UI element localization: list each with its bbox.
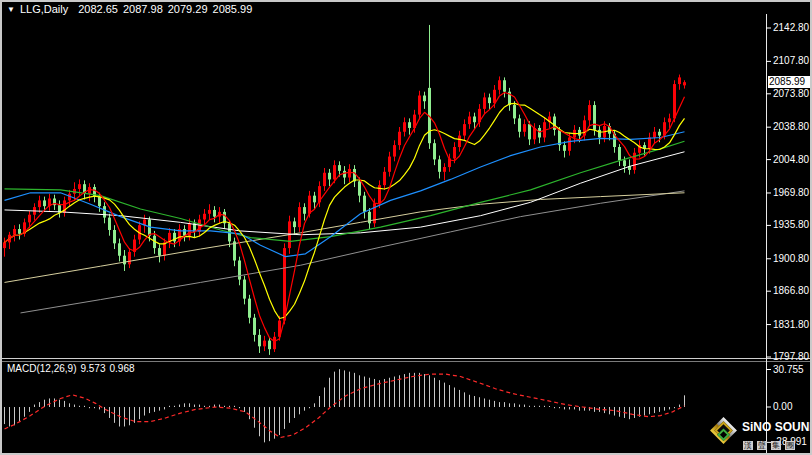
- axis-label: 2004.80: [773, 154, 809, 165]
- axis-label: 1900.80: [773, 253, 809, 264]
- close-value: 2085.99: [213, 3, 253, 15]
- axis-label: 1866.80: [773, 285, 809, 296]
- current-price-tag: 2085.99: [768, 76, 812, 88]
- axis-label: 1831.80: [773, 319, 809, 330]
- chart-title: ▼LLG,Daily2082.652087.982079.292085.99: [7, 3, 257, 15]
- open-value: 2082.65: [78, 3, 118, 15]
- sinosound-diamond-icon: [710, 417, 737, 444]
- macd-main-value: 9.573: [80, 363, 105, 374]
- macd-name: MACD(12,26,9): [7, 363, 76, 374]
- axis-label: 1969.80: [773, 187, 809, 198]
- collapse-indicator-icon[interactable]: ▼: [7, 5, 15, 14]
- high-value: 2087.98: [123, 3, 163, 15]
- macd-signal-value: 0.968: [110, 363, 135, 374]
- low-value: 2079.29: [168, 3, 208, 15]
- chart-window: ▼LLG,Daily2082.652087.982079.292085.99 M…: [0, 0, 812, 455]
- symbol-period-label: LLG,Daily: [20, 3, 68, 15]
- cjk-char: 集: [771, 441, 781, 450]
- logo-cjk-text: 漢聲集團: [743, 434, 799, 452]
- cjk-char: 團: [785, 441, 795, 450]
- macd-indicator-label: MACD(12,26,9)9.5730.968: [7, 363, 139, 374]
- axis-label: 0.00: [773, 401, 792, 412]
- axis-label: 1935.80: [773, 219, 809, 230]
- axis-label: 2038.80: [773, 121, 809, 132]
- axis-label: 30.755: [773, 364, 804, 375]
- axis-label: 2107.80: [773, 55, 809, 66]
- window-border-top: [0, 0, 812, 2]
- chart-canvas[interactable]: [0, 0, 812, 455]
- sinosound-logo: SiNO SOUND 漢聲集團: [712, 417, 812, 453]
- axis-label: 2142.80: [773, 22, 809, 33]
- cjk-char: 聲: [757, 441, 767, 450]
- window-border-left: [0, 0, 2, 455]
- logo-brand-text: SiNO SOUND: [742, 420, 812, 434]
- axis-label: 2073.80: [773, 88, 809, 99]
- axis-label: 1797.80: [773, 351, 809, 362]
- cjk-char: 漢: [743, 441, 753, 450]
